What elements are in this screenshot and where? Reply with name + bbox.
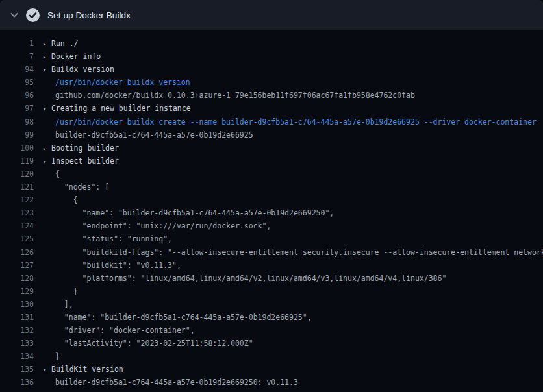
output-text: "lastActivity": "2023-02-25T11:58:12.000… (55, 337, 253, 350)
log-row: 122 { (0, 193, 543, 206)
output-text: { (55, 193, 78, 206)
output-text: "platforms": "linux/amd64,linux/amd64/v2… (55, 272, 446, 285)
group-line[interactable]: ▾BuildKit version (43, 363, 123, 376)
group-line[interactable]: ▾Creating a new builder instance (43, 102, 191, 115)
log-row: 95/usr/bin/docker buildx version (0, 76, 543, 89)
line-number[interactable]: 130 (0, 298, 34, 311)
command-text: /usr/bin/docker buildx version (55, 76, 190, 89)
log-row: 97▾Creating a new builder instance (0, 102, 543, 115)
log-row: 127 "buildkit": "v0.11.3", (0, 259, 543, 272)
group-title[interactable]: Inspect builder (51, 156, 119, 165)
log-row: 128 "platforms": "linux/amd64,linux/amd6… (0, 272, 543, 285)
output-text: "driver": "docker-container", (55, 324, 195, 337)
output-text: ], (55, 298, 73, 311)
line-number[interactable]: 129 (0, 285, 34, 298)
log-row: 7▸Docker info (0, 50, 543, 63)
line-number[interactable]: 123 (0, 206, 34, 219)
line-number[interactable]: 124 (0, 219, 34, 232)
output-text: { (55, 167, 60, 180)
line-number[interactable]: 98 (0, 116, 34, 129)
output-text: "endpoint": "unix:///var/run/docker.sock… (55, 219, 271, 232)
output-text: "status": "running", (55, 232, 172, 245)
group-collapsed-icon[interactable]: ▸ (43, 51, 51, 63)
log-row: 119▾Inspect builder (0, 154, 543, 167)
line-number[interactable]: 120 (0, 167, 34, 180)
output-text: "buildkit": "v0.11.3", (55, 259, 181, 272)
group-line[interactable]: ▸Run ./ (43, 37, 79, 50)
group-collapsed-icon[interactable]: ▸ (43, 142, 51, 154)
output-text: "buildkitd-flags": "--allow-insecure-ent… (55, 246, 543, 259)
log-row: 126 "buildkitd-flags": "--allow-insecure… (0, 246, 543, 259)
output-text: "name": "builder-d9cfb5a1-c764-445a-a57e… (55, 311, 312, 324)
line-number[interactable]: 128 (0, 272, 34, 285)
line-number[interactable]: 97 (0, 102, 34, 115)
step-title: Set up Docker Buildx (47, 10, 131, 20)
group-line[interactable]: ▾Inspect builder (43, 154, 119, 167)
group-collapsed-icon[interactable]: ▸ (43, 38, 51, 50)
command-text: /usr/bin/docker buildx create --name bui… (55, 116, 537, 129)
log-row: 120{ (0, 167, 543, 180)
log-row: 98/usr/bin/docker buildx create --name b… (0, 116, 543, 129)
group-line[interactable]: ▾Buildx version (43, 63, 114, 76)
line-number[interactable]: 95 (0, 76, 34, 89)
log-row: 125 "status": "running", (0, 232, 543, 245)
line-number[interactable]: 127 (0, 259, 34, 272)
line-number[interactable]: 99 (0, 129, 34, 141)
log-row: 1▸Run ./ (0, 37, 543, 50)
group-expanded-icon[interactable]: ▾ (43, 363, 51, 376)
log-row: 130 ], (0, 298, 543, 311)
line-number[interactable]: 133 (0, 337, 34, 350)
log-row: 136builder-d9cfb5a1-c764-445a-a57e-0b19d… (0, 376, 543, 389)
log-row: 131 "name": "builder-d9cfb5a1-c764-445a-… (0, 311, 543, 324)
line-number[interactable]: 7 (0, 50, 34, 63)
output-text: } (55, 350, 60, 363)
log-row: 94▾Buildx version (0, 63, 543, 76)
line-number[interactable]: 136 (0, 376, 34, 389)
line-number[interactable]: 1 (0, 37, 34, 50)
log-row: 99builder-d9cfb5a1-c764-445a-a57e-0b19d2… (0, 129, 543, 141)
output-text: builder-d9cfb5a1-c764-445a-a57e-0b19d2e6… (55, 129, 253, 141)
group-line[interactable]: ▸Docker info (43, 50, 101, 63)
output-text: "name": "builder-d9cfb5a1-c764-445a-a57e… (55, 206, 334, 219)
log-row: 133 "lastActivity": "2023-02-25T11:58:12… (0, 337, 543, 350)
log-row: 129 } (0, 285, 543, 298)
line-number[interactable]: 121 (0, 180, 34, 193)
output-text: builder-d9cfb5a1-c764-445a-a57e-0b19d2e6… (55, 376, 298, 389)
group-title[interactable]: Creating a new builder instance (51, 104, 191, 113)
line-number[interactable]: 135 (0, 363, 34, 376)
log-row: 135▾BuildKit version (0, 363, 543, 376)
step-header[interactable]: Set up Docker Buildx (0, 0, 543, 30)
chevron-down-icon[interactable] (8, 9, 20, 21)
group-expanded-icon[interactable]: ▾ (43, 103, 51, 115)
line-number[interactable]: 125 (0, 232, 34, 245)
group-title[interactable]: Buildx version (51, 65, 114, 74)
group-title[interactable]: BuildKit version (51, 365, 123, 374)
line-number[interactable]: 100 (0, 141, 34, 154)
log-row: 123 "name": "builder-d9cfb5a1-c764-445a-… (0, 206, 543, 219)
line-number[interactable]: 122 (0, 193, 34, 206)
log-row: 96github.com/docker/buildx 0.10.3+azure-… (0, 89, 543, 102)
group-expanded-icon[interactable]: ▾ (43, 64, 51, 76)
log-lines: 1▸Run ./7▸Docker info94▾Buildx version95… (0, 30, 543, 389)
output-text: "nodes": [ (55, 180, 109, 193)
log-row: 100▸Booting builder (0, 141, 543, 154)
log-row: 134} (0, 350, 543, 363)
check-circle-icon (26, 8, 40, 22)
line-number[interactable]: 134 (0, 350, 34, 363)
group-line[interactable]: ▸Booting builder (43, 141, 119, 154)
group-title[interactable]: Run ./ (51, 39, 79, 48)
line-number[interactable]: 132 (0, 324, 34, 337)
group-expanded-icon[interactable]: ▾ (43, 155, 51, 167)
group-title[interactable]: Booting builder (51, 143, 119, 153)
log-row: 132 "driver": "docker-container", (0, 324, 543, 337)
output-text: } (55, 285, 78, 298)
output-text: github.com/docker/buildx 0.10.3+azure-1 … (55, 89, 415, 102)
log-row: 121 "nodes": [ (0, 180, 543, 193)
group-title[interactable]: Docker info (51, 52, 101, 61)
line-number[interactable]: 126 (0, 246, 34, 259)
log-row: 124 "endpoint": "unix:///var/run/docker.… (0, 219, 543, 232)
line-number[interactable]: 119 (0, 154, 34, 167)
line-number[interactable]: 131 (0, 311, 34, 324)
line-number[interactable]: 96 (0, 89, 34, 102)
line-number[interactable]: 94 (0, 63, 34, 76)
